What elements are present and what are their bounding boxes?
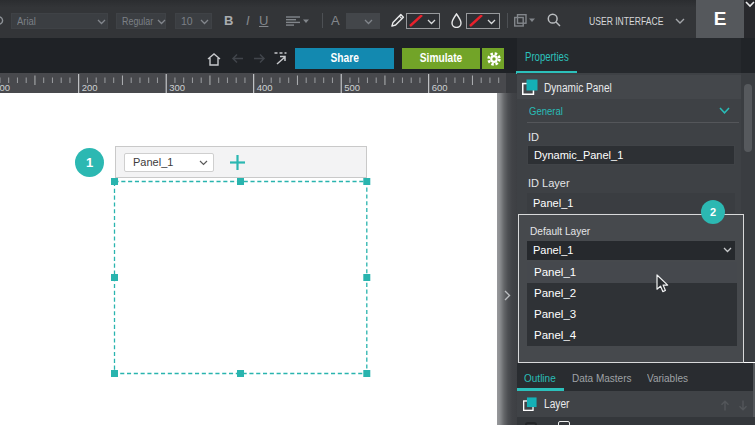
svg-text:300: 300 bbox=[169, 82, 185, 93]
svg-text:600: 600 bbox=[432, 82, 448, 93]
svg-text:500: 500 bbox=[344, 82, 360, 93]
svg-text:400: 400 bbox=[257, 82, 273, 93]
svg-text:100: 100 bbox=[0, 82, 10, 93]
svg-text:200: 200 bbox=[82, 82, 98, 93]
